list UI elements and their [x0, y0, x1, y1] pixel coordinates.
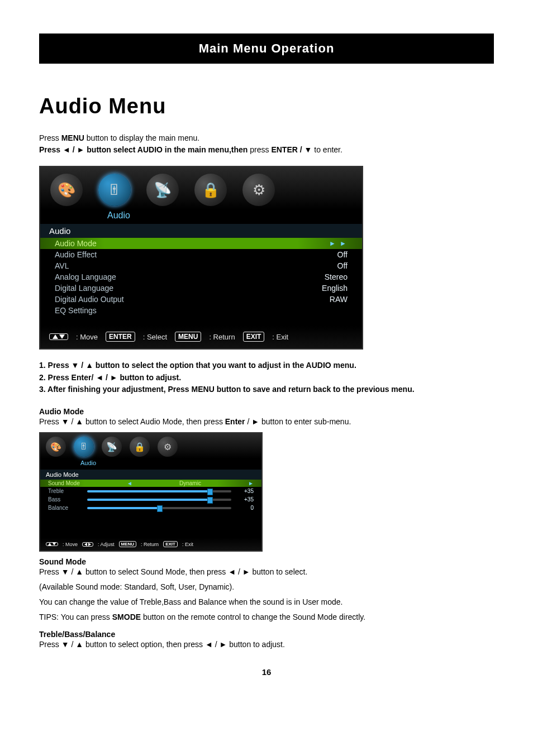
slider-track	[87, 499, 231, 501]
osd-row-value: English	[322, 284, 348, 293]
osd-row-analog-language: Analog Language Stereo	[40, 271, 362, 283]
lock-tab-icon: 🔒	[194, 174, 227, 206]
osd-footer-adjust: : Adjust	[98, 542, 115, 547]
osd-footer-select: : Select	[143, 333, 167, 341]
osd-row-label: Digital Audio Output	[55, 295, 124, 304]
updown-keycap-icon	[49, 333, 68, 340]
instruction-steps: 1. Press ▼ / ▲ button to select the opti…	[39, 360, 494, 396]
step-3: 3. After finishing your adjustment, Pres…	[39, 384, 494, 396]
sound-mode-l4-post: button on the remote control to change t…	[141, 613, 365, 621]
osd-row-label: EQ Settings	[55, 306, 97, 315]
osd-footer: : Move : Adjust MENU : Return EXIT : Exi…	[40, 538, 261, 551]
intro-text: Press ◄ / ► button select	[39, 145, 137, 154]
left-arrow-icon: ◄	[127, 480, 132, 486]
sound-mode-line-1: Press ▼ / ▲ button to select Sound Mode,…	[39, 566, 494, 578]
osd-row-value: Off	[337, 250, 348, 259]
audio-mode-heading: Audio Mode	[39, 407, 494, 416]
osd-footer-return: : Return	[141, 542, 159, 547]
intro-text: Press	[39, 133, 61, 142]
osd-row-value: Dynamic	[179, 480, 201, 486]
osd-footer: : Move ENTER : Select MENU : Return EXIT…	[40, 326, 362, 348]
enter-keyword: ENTER / ▼	[271, 145, 312, 154]
menu-keycap: MENU	[119, 541, 137, 547]
slider-value: +35	[237, 488, 254, 494]
step-2: 2. Press Enter/ ◄ / ► button to adjust.	[39, 372, 494, 384]
step-1-text: 1. Press ▼ / ▲ button to select the opti…	[39, 361, 356, 370]
page-number: 16	[39, 667, 494, 677]
audio-mode-text: Press ▼ / ▲ button to select Audio Mode,…	[39, 416, 494, 428]
page-title: Audio Menu	[39, 94, 494, 118]
osd-footer-exit: : Exit	[182, 542, 193, 547]
channel-tab-icon: 📡	[146, 174, 179, 206]
step-3-text: 3. After finishing your adjustment, Pres…	[39, 385, 415, 394]
osd-tab-label: Audio	[107, 210, 130, 220]
osd-row-digital-language: Digital Language English	[40, 283, 362, 294]
osd-footer-move: : Move	[63, 542, 78, 547]
osd-panel-title: Audio	[40, 224, 362, 238]
osd-tab-row: 🎨 🎚 📡 🔒 ⚙	[40, 167, 362, 209]
osd-footer-return: : Return	[209, 333, 235, 341]
osd-row-avl: AVL Off	[40, 260, 362, 271]
osd-tab-row: 🎨 🎚 📡 🔒 ⚙	[40, 433, 261, 458]
lock-tab-icon: 🔒	[130, 437, 150, 457]
slider-row-balance: Balance 0	[40, 504, 261, 512]
osd-footer-exit: : Exit	[272, 333, 288, 341]
slider-label: Treble	[48, 488, 82, 494]
menu-keyword: MENU	[61, 133, 84, 142]
picture-tab-icon: 🎨	[46, 437, 66, 457]
audio-tab-icon: 🎚	[98, 174, 131, 206]
osd-panel-title: Audio Mode	[40, 470, 261, 480]
osd-row-label: Audio Effect	[55, 250, 97, 259]
step-1: 1. Press ▼ / ▲ button to select the opti…	[39, 360, 494, 372]
audio-keyword: AUDIO	[137, 145, 163, 154]
osd-row-value: RAW	[330, 295, 348, 304]
step-2-text: 2. Press Enter/ ◄ / ► button to adjust.	[39, 373, 181, 382]
osd-tab-label-row: Audio	[40, 209, 362, 224]
intro-text: button to display the main menu.	[84, 133, 199, 142]
osd-row-label: Analog Language	[55, 272, 116, 281]
sound-mode-heading: Sound Mode	[39, 557, 494, 566]
slider-label: Balance	[48, 505, 82, 511]
osd-tab-label-row: Audio	[40, 458, 261, 470]
channel-tab-icon: 📡	[102, 437, 122, 457]
osd-footer-move: : Move	[76, 333, 98, 341]
osd-tab-label: Audio	[80, 460, 96, 466]
intro-text: to enter.	[312, 145, 342, 154]
osd-audio-menu: 🎨 🎚 📡 🔒 ⚙ Audio Audio Audio Mode ► ► Aud…	[39, 166, 363, 350]
slider-value: +35	[237, 496, 254, 503]
menu-keycap: MENU	[175, 332, 201, 342]
sound-mode-l4-pre: TIPS: You can press	[39, 613, 112, 621]
right-arrow-icon: ►	[248, 480, 254, 486]
enter-keycap: ENTER	[106, 332, 135, 342]
slider-track	[87, 507, 231, 509]
sound-mode-line-3: You can change the value of Treble,Bass …	[39, 596, 494, 608]
osd-row-digital-audio-output: Digital Audio Output RAW	[40, 294, 362, 305]
audio-tab-icon: 🎚	[74, 437, 94, 457]
intro-line-1: Press MENU button to display the main me…	[39, 132, 494, 144]
intro-text: press	[250, 145, 271, 154]
audio-mode-text-post: / ► button to enter sub-menu.	[245, 417, 351, 426]
osd-row-value: Off	[337, 261, 348, 270]
slider-row-treble: Treble +35	[40, 487, 261, 495]
enter-keyword: Enter	[225, 417, 245, 426]
page-header-bar: Main Menu Operation	[39, 34, 494, 64]
osd-row-label: Audio Mode	[55, 239, 97, 248]
picture-tab-icon: 🎨	[50, 174, 83, 206]
updown-keycap-icon	[46, 542, 58, 546]
setup-tab-icon: ⚙	[242, 174, 275, 206]
slider-track	[87, 490, 231, 492]
osd-list: Sound Mode ◄ Dynamic ► Treble +35 Bass +…	[40, 480, 261, 538]
osd-row-value: Stereo	[325, 272, 348, 281]
setup-tab-icon: ⚙	[158, 437, 178, 457]
intro-block: Press MENU button to display the main me…	[39, 132, 494, 156]
osd-row-audio-mode: Audio Mode ► ►	[40, 238, 362, 249]
osd-row-sound-mode: Sound Mode ◄ Dynamic ►	[40, 480, 261, 487]
osd-row-arrows-icon: ► ►	[329, 240, 348, 247]
osd-row-audio-effect: Audio Effect Off	[40, 249, 362, 260]
slider-value: 0	[237, 505, 254, 511]
osd-row-eq-settings: EQ Settings	[40, 305, 362, 316]
smode-keyword: SMODE	[112, 613, 141, 621]
audio-mode-text-pre: Press ▼ / ▲ button to select Audio Mode,…	[39, 417, 225, 426]
sound-mode-line-4: TIPS: You can press SMODE button on the …	[39, 611, 494, 623]
slider-label: Bass	[48, 496, 82, 503]
